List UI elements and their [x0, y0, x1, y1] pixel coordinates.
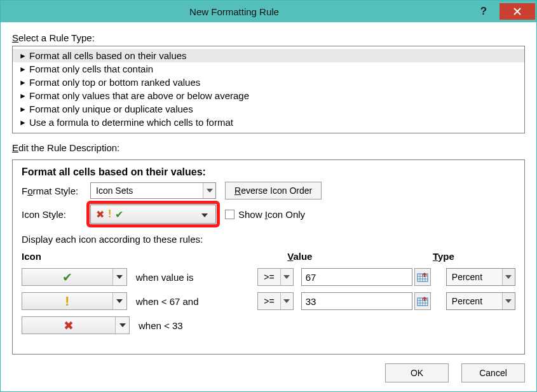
rule-type-item[interactable]: ► Format only values that are above or b…: [13, 89, 524, 102]
rule-type-item[interactable]: ► Format only top or bottom ranked value…: [13, 76, 524, 89]
titlebar: New Formatting Rule ?: [1, 1, 536, 22]
show-icon-only-label: Show Icon Only: [238, 209, 305, 220]
type-value: Percent: [447, 296, 502, 306]
range-icon: [417, 295, 428, 307]
type-combo[interactable]: Percent: [446, 292, 515, 310]
icon-picker[interactable]: !: [22, 292, 127, 310]
select-rule-type-label: Select a Rule Type:: [12, 32, 525, 43]
format-style-combo[interactable]: Icon Sets: [90, 182, 216, 199]
ok-button[interactable]: OK: [385, 363, 449, 382]
check-icon: ✔: [115, 208, 123, 220]
rule-type-text: Format all cells based on their values: [29, 50, 187, 61]
cancel-button[interactable]: Cancel: [461, 363, 525, 382]
range-ref-button[interactable]: [414, 268, 431, 286]
check-icon: ✔: [22, 270, 112, 285]
arrow-icon: ►: [19, 118, 29, 127]
operator-value: >=: [258, 272, 280, 282]
rule-type-item[interactable]: ► Format all cells based on their values: [13, 49, 524, 62]
chevron-down-icon: [201, 209, 215, 219]
rule-row: ! when < 67 and >= 33 Percent: [22, 292, 515, 310]
dialog-window: New Formatting Rule ? Select a Rule Type…: [0, 0, 537, 392]
format-style-value: Icon Sets: [91, 186, 203, 196]
header-value: Value: [287, 251, 418, 262]
rule-row: ✔ when value is >= 67 Percent: [22, 268, 515, 286]
rule-row: ✖ when < 33: [22, 316, 515, 334]
chevron-down-icon: [502, 269, 515, 285]
arrow-icon: ►: [19, 65, 29, 74]
exclamation-icon: !: [108, 208, 111, 220]
description-title: Format all cells based on their values:: [22, 166, 515, 178]
rule-type-item[interactable]: ► Use a formula to determine which cells…: [13, 116, 524, 129]
rule-type-text: Format only values that are above or bel…: [29, 90, 249, 101]
when-text: when value is: [127, 272, 245, 283]
chevron-down-icon: [112, 293, 126, 309]
client-area: Select a Rule Type: ► Format all cells b…: [1, 22, 536, 391]
operator-combo[interactable]: >=: [257, 268, 294, 286]
arrow-icon: ►: [19, 78, 29, 87]
checkbox-icon: [225, 210, 235, 219]
icon-picker[interactable]: ✔: [22, 268, 127, 286]
rule-type-item[interactable]: ► Format only unique or duplicate values: [13, 102, 524, 116]
operator-combo[interactable]: >=: [257, 292, 294, 310]
value-input[interactable]: 33: [301, 292, 413, 310]
chevron-down-icon: [280, 293, 293, 309]
icon-picker[interactable]: ✖: [22, 316, 130, 334]
icon-style-preview: ✖ ! ✔: [91, 208, 201, 220]
when-text: when < 67 and: [127, 296, 245, 307]
range-icon: [417, 271, 428, 283]
header-type: Type: [433, 251, 515, 262]
chevron-down-icon: [280, 269, 293, 285]
rule-type-text: Format only unique or duplicate values: [29, 104, 193, 114]
rule-type-text: Format only cells that contain: [29, 64, 153, 74]
arrow-icon: ►: [19, 91, 29, 100]
chevron-down-icon: [203, 183, 215, 198]
header-icon: Icon: [22, 251, 246, 262]
icon-style-combo[interactable]: ✖ ! ✔: [90, 205, 216, 224]
window-title: New Formatting Rule: [1, 6, 468, 17]
close-button[interactable]: [500, 3, 535, 20]
show-icon-only-checkbox[interactable]: Show Icon Only: [225, 209, 305, 220]
arrow-icon: ►: [19, 105, 29, 114]
chevron-down-icon: [112, 269, 126, 285]
type-value: Percent: [447, 272, 502, 282]
close-icon: [513, 7, 522, 16]
when-text: when < 33: [130, 320, 250, 331]
chevron-down-icon: [115, 317, 129, 334]
format-style-label: Format Style:: [22, 186, 90, 196]
cross-icon: ✖: [22, 318, 115, 333]
chevron-down-icon: [502, 293, 515, 309]
rule-type-item[interactable]: ► Format only cells that contain: [13, 62, 524, 76]
reverse-icon-order-button[interactable]: Reverse Icon Order: [225, 182, 322, 199]
operator-value: >=: [258, 296, 280, 306]
range-ref-button[interactable]: [414, 292, 431, 310]
display-rules-label: Display each icon according to these rul…: [22, 234, 515, 245]
help-button[interactable]: ?: [468, 5, 500, 18]
rule-type-list[interactable]: ► Format all cells based on their values…: [12, 46, 525, 133]
rules-header: Icon Value Type: [22, 251, 515, 262]
footer: OK Cancel: [12, 355, 525, 382]
cross-icon: ✖: [96, 208, 104, 220]
icon-style-label: Icon Style:: [22, 209, 90, 220]
arrow-icon: ►: [19, 51, 29, 60]
rule-type-text: Format only top or bottom ranked values: [29, 77, 200, 88]
value-input[interactable]: 67: [301, 268, 413, 286]
rule-type-text: Use a formula to determine which cells t…: [29, 117, 233, 128]
type-combo[interactable]: Percent: [446, 268, 515, 286]
description-box: Format all cells based on their values: …: [12, 159, 525, 355]
edit-description-label: Edit the Rule Description:: [12, 142, 525, 153]
exclamation-icon: !: [22, 294, 112, 309]
